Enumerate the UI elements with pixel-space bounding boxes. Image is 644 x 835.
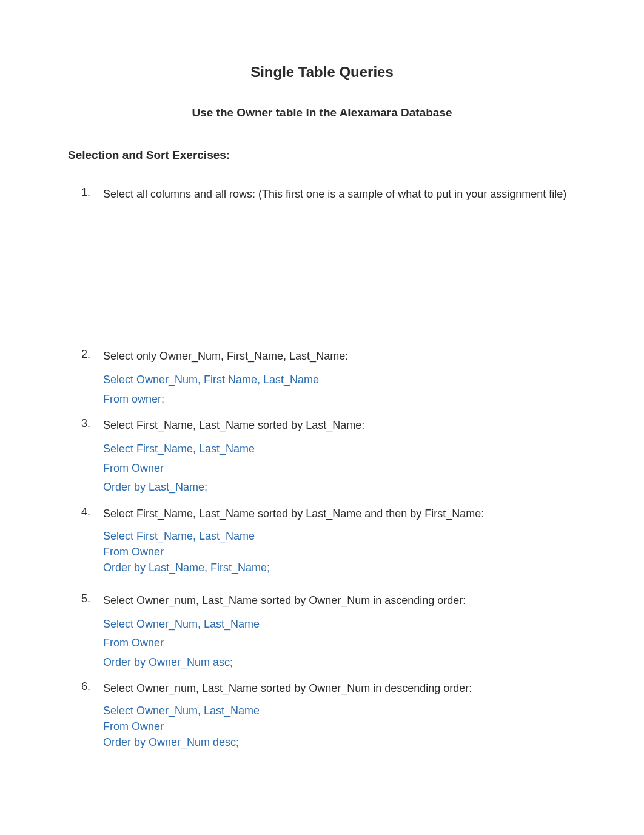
answer-line: Select Owner_Num, Last_Name bbox=[103, 615, 576, 634]
document-subtitle: Use the Owner table in the Alexamara Dat… bbox=[68, 106, 576, 119]
answer-line: Order by Owner_Num asc; bbox=[103, 653, 576, 672]
answer-block: Select Owner_Num, Last_Name From Owner O… bbox=[103, 703, 576, 750]
document-title: Single Table Queries bbox=[68, 64, 576, 81]
answer-line: Select Owner_Num, Last_Name bbox=[103, 703, 576, 719]
answer-line: Order by Last_Name, First_Name; bbox=[103, 560, 576, 575]
list-item: Select all columns and all rows: (This f… bbox=[103, 186, 576, 203]
answer-line: Select Owner_Num, First Name, Last_Name bbox=[103, 371, 576, 390]
answer-line: Select First_Name, Last_Name bbox=[103, 440, 576, 459]
answer-line: Order by Last_Name; bbox=[103, 478, 576, 497]
list-item: Select First_Name, Last_Name sorted by L… bbox=[103, 417, 576, 497]
answer-line: From Owner bbox=[103, 459, 576, 478]
exercise-list: Select all columns and all rows: (This f… bbox=[68, 186, 576, 751]
question-text: Select all columns and all rows: (This f… bbox=[103, 186, 576, 203]
list-item: Select Owner_num, Last_Name sorted by Ow… bbox=[103, 592, 576, 672]
answer-block: Select Owner_Num, First Name, Last_Name … bbox=[103, 371, 576, 409]
answer-block: Select Owner_Num, Last_Name From Owner O… bbox=[103, 615, 576, 672]
answer-line: From Owner bbox=[103, 544, 576, 560]
question-text: Select First_Name, Last_Name sorted by L… bbox=[103, 506, 576, 522]
answer-line: Select First_Name, Last_Name bbox=[103, 528, 576, 544]
list-item: Select only Owner_Num, First_Name, Last_… bbox=[103, 348, 576, 409]
list-item: Select First_Name, Last_Name sorted by L… bbox=[103, 506, 576, 575]
question-text: Select Owner_num, Last_Name sorted by Ow… bbox=[103, 592, 576, 609]
answer-line: Order by Owner_Num desc; bbox=[103, 734, 576, 750]
answer-block: Select First_Name, Last_Name From Owner … bbox=[103, 528, 576, 575]
question-text: Select Owner_num, Last_Name sorted by Ow… bbox=[103, 680, 576, 697]
answer-line: From Owner bbox=[103, 719, 576, 734]
list-item: Select Owner_num, Last_Name sorted by Ow… bbox=[103, 680, 576, 750]
answer-line: From owner; bbox=[103, 390, 576, 409]
answer-block: Select First_Name, Last_Name From Owner … bbox=[103, 440, 576, 497]
answer-line: From Owner bbox=[103, 634, 576, 653]
question-text: Select First_Name, Last_Name sorted by L… bbox=[103, 417, 576, 434]
question-text data-interactable=: Select only Owner_Num, First_Name, Last_… bbox=[103, 348, 576, 364]
section-heading: Selection and Sort Exercises: bbox=[68, 149, 576, 162]
